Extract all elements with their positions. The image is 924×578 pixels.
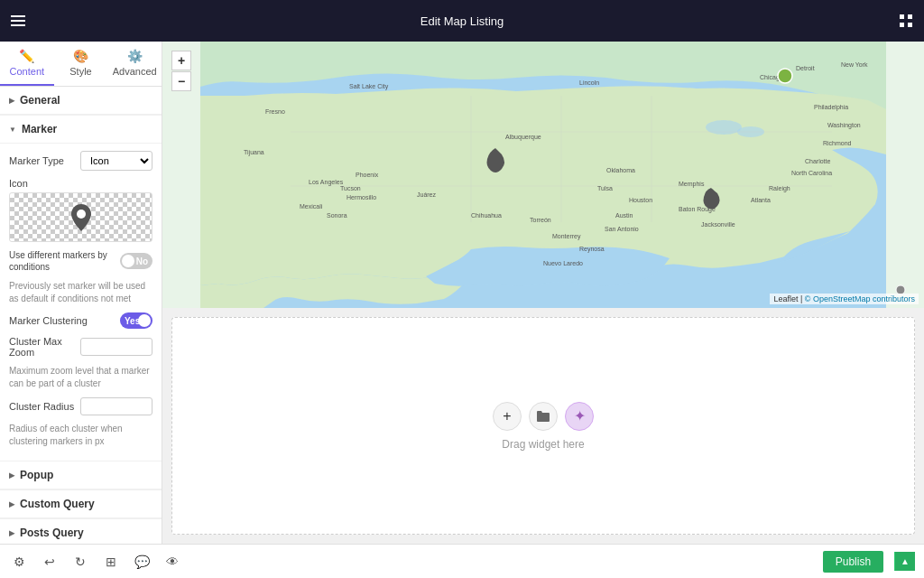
- map-controls: + −: [171, 51, 191, 91]
- cluster-max-zoom-note: Maximum zoom level that a marker can be …: [9, 365, 152, 390]
- chat-icon[interactable]: 💬: [132, 552, 152, 572]
- map-svg: Salt Lake City Lincoln Chicago Detroit N…: [162, 42, 924, 308]
- svg-text:Jacksonville: Jacksonville: [701, 221, 735, 228]
- icon-section: Icon: [9, 178, 152, 242]
- svg-text:Detroit: Detroit: [796, 65, 815, 71]
- tabs: ✏️ Content 🎨 Style ⚙️ Advanced: [0, 42, 162, 87]
- add-widget-button[interactable]: +: [493, 402, 522, 431]
- section-marker: Marker Marker Type Icon Circle Icon: [0, 116, 162, 461]
- folder-icon: [536, 410, 550, 423]
- tab-content-label: Content: [10, 66, 45, 77]
- section-custom-query: Custom Query: [0, 490, 162, 519]
- tab-style[interactable]: 🎨 Style: [54, 42, 108, 86]
- menu-icon[interactable]: [11, 15, 25, 26]
- use-different-markers-toggle[interactable]: No: [120, 253, 152, 269]
- cluster-radius-section: Cluster Radius Radius of each cluster wh…: [9, 397, 152, 448]
- svg-text:Torreón: Torreón: [530, 217, 551, 223]
- svg-rect-0: [900, 14, 904, 19]
- svg-text:Hermosillo: Hermosillo: [346, 194, 376, 200]
- cluster-radius-row: Cluster Radius: [9, 397, 152, 415]
- section-popup-header[interactable]: Popup: [0, 461, 162, 489]
- bottom-bar: ⚙ ↩ ↻ ⊞ 💬 👁 Publish ▲: [0, 544, 924, 578]
- section-general-header[interactable]: General: [0, 87, 162, 115]
- svg-text:Lincoln: Lincoln: [579, 79, 599, 86]
- marker-clustering-row: Marker Clustering Yes: [9, 312, 152, 329]
- map-pin-preview: [71, 204, 91, 231]
- svg-point-48: [778, 69, 792, 83]
- marker-type-row: Marker Type Icon Circle: [9, 151, 152, 171]
- icon-label: Icon: [9, 178, 152, 189]
- svg-text:Reynosa: Reynosa: [579, 246, 605, 253]
- icon-preview[interactable]: [9, 192, 152, 242]
- cluster-radius-note: Radius of each cluster when clustering m…: [9, 423, 152, 448]
- toggle-on-label: Yes: [125, 316, 140, 326]
- cluster-radius-input[interactable]: [80, 397, 152, 415]
- marker-type-select[interactable]: Icon Circle: [80, 151, 152, 171]
- tab-content[interactable]: ✏️ Content: [0, 42, 54, 86]
- section-posts-query-header[interactable]: Posts Query: [0, 519, 162, 544]
- svg-text:Austin: Austin: [615, 212, 633, 219]
- marker-clustering-toggle[interactable]: Yes: [120, 312, 152, 329]
- history-icon[interactable]: ↩: [40, 552, 60, 572]
- svg-text:Sonora: Sonora: [327, 212, 347, 219]
- leaflet-label: Leaflet: [773, 294, 798, 303]
- page-title: Edit Map Listing: [420, 14, 504, 28]
- svg-rect-3: [908, 23, 912, 27]
- settings-icon[interactable]: ⚙: [9, 552, 29, 572]
- marker-type-label: Marker Type: [9, 155, 80, 166]
- svg-text:Monterrey: Monterrey: [552, 233, 581, 240]
- content-icon: ✏️: [19, 49, 34, 63]
- svg-text:Fresno: Fresno: [265, 108, 285, 115]
- map-container: Salt Lake City Lincoln Chicago Detroit N…: [162, 42, 924, 308]
- svg-text:Raleigh: Raleigh: [769, 185, 790, 192]
- folder-widget-button[interactable]: [529, 402, 558, 431]
- svg-text:Charlotte: Charlotte: [805, 158, 831, 164]
- hamburger-icon: [11, 15, 25, 26]
- tab-style-label: Style: [69, 66, 91, 77]
- svg-text:Juárez: Juárez: [417, 191, 437, 198]
- zoom-out-button[interactable]: −: [171, 71, 191, 91]
- svg-text:Oklahoma: Oklahoma: [606, 167, 635, 173]
- cluster-max-zoom-row: Cluster Max Zoom: [9, 336, 152, 358]
- section-marker-header[interactable]: Marker: [0, 116, 162, 144]
- svg-text:Salt Lake City: Salt Lake City: [349, 83, 389, 90]
- svg-text:Los Angeles: Los Angeles: [309, 179, 344, 186]
- cluster-max-zoom-input[interactable]: [80, 338, 152, 356]
- use-different-markers-label: Use different markers by conditions: [9, 249, 120, 273]
- main-layout: ✏️ Content 🎨 Style ⚙️ Advanced General M…: [0, 42, 924, 544]
- eye-icon[interactable]: 👁: [162, 552, 182, 572]
- svg-text:Chihuahua: Chihuahua: [471, 212, 502, 219]
- layout-icon[interactable]: ⊞: [101, 552, 121, 572]
- svg-point-6: [706, 120, 742, 135]
- svg-text:New York: New York: [841, 61, 868, 68]
- tab-advanced-label: Advanced: [113, 66, 157, 77]
- svg-rect-2: [900, 23, 904, 27]
- magic-widget-button[interactable]: ✦: [565, 402, 594, 431]
- map-attribution: Leaflet | © OpenStreetMap contributors: [770, 294, 919, 304]
- widget-dropzone-inner: + ✦ Drag widget here: [493, 402, 594, 451]
- publish-button[interactable]: Publish: [823, 551, 883, 573]
- toggle-thumb: [122, 255, 134, 267]
- svg-text:Tulsa: Tulsa: [597, 185, 613, 191]
- left-panel: ✏️ Content 🎨 Style ⚙️ Advanced General M…: [0, 42, 162, 544]
- top-bar: Edit Map Listing: [0, 0, 924, 42]
- toggle-off-label: No: [136, 256, 148, 266]
- openstreetmap-link[interactable]: © OpenStreetMap contributors: [805, 294, 915, 303]
- grid-icon[interactable]: [899, 14, 913, 28]
- advanced-icon: ⚙️: [127, 49, 143, 63]
- refresh-icon[interactable]: ↻: [70, 552, 90, 572]
- zoom-in-button[interactable]: +: [171, 51, 191, 70]
- svg-text:Atlanta: Atlanta: [751, 197, 771, 203]
- svg-text:Richmond: Richmond: [823, 140, 852, 146]
- svg-text:San Antonio: San Antonio: [605, 226, 639, 232]
- svg-text:Memphis: Memphis: [679, 181, 705, 188]
- svg-text:North Carolina: North Carolina: [791, 170, 832, 176]
- cluster-radius-label: Cluster Radius: [9, 401, 80, 412]
- publish-dropdown-button[interactable]: ▲: [894, 552, 915, 571]
- section-custom-query-header[interactable]: Custom Query: [0, 490, 162, 518]
- svg-rect-1: [908, 14, 912, 19]
- tab-advanced[interactable]: ⚙️ Advanced: [107, 42, 162, 86]
- marker-clustering-label: Marker Clustering: [9, 315, 120, 326]
- svg-text:Phoenix: Phoenix: [356, 172, 379, 178]
- section-marker-content: Marker Type Icon Circle Icon: [0, 144, 162, 461]
